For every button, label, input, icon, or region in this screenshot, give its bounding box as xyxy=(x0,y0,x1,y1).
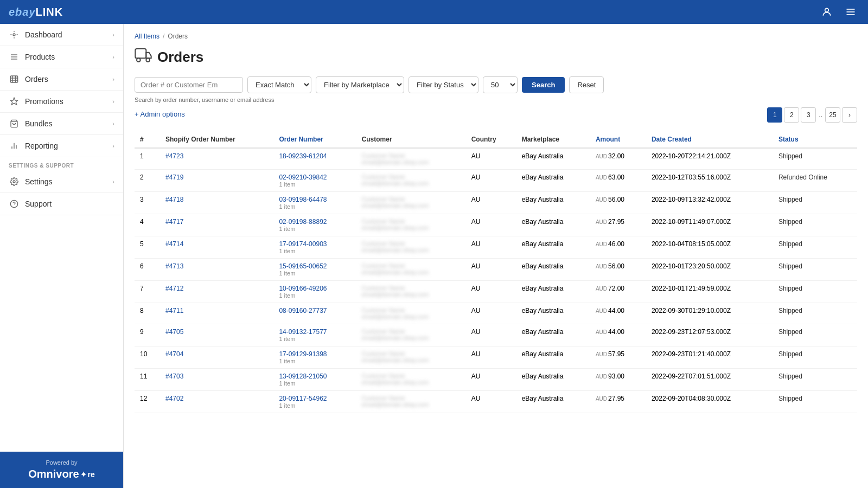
customer-email: email@domain.ebay.com xyxy=(362,269,461,275)
customer-name: Customer Name xyxy=(362,350,461,357)
order-number-link[interactable]: 18-09239-61204 xyxy=(279,152,327,160)
customer-email: email@domain.ebay.com xyxy=(362,247,461,253)
admin-options-link[interactable]: + Admin options xyxy=(135,110,185,118)
col-country: Country xyxy=(466,131,516,148)
customer-name: Customer Name xyxy=(362,218,461,224)
svg-marker-9 xyxy=(10,98,17,105)
svg-point-4 xyxy=(13,34,15,36)
shopify-order-link[interactable]: #4719 xyxy=(165,174,183,181)
sidebar-support-label: Support xyxy=(25,200,114,208)
cell-customer: Customer Name email@domain.ebay.com xyxy=(356,259,466,281)
orders-table: # Shopify Order Number Order Number Cust… xyxy=(135,131,857,413)
header-icons xyxy=(818,3,859,21)
currency-label: AUD xyxy=(596,286,607,292)
shopify-order-link[interactable]: #4712 xyxy=(165,285,183,292)
shopify-order-link[interactable]: #4717 xyxy=(165,218,183,226)
currency-label: AUD xyxy=(596,351,607,357)
per-page-select[interactable]: 50 25 100 xyxy=(483,76,518,93)
cell-num: 3 xyxy=(135,192,160,214)
order-number-link[interactable]: 14-09132-17577 xyxy=(279,328,327,336)
currency-label: AUD xyxy=(596,374,607,380)
customer-email: email@domain.ebay.com xyxy=(362,357,461,363)
cell-marketplace: eBay Australia xyxy=(516,303,590,324)
page-button-3[interactable]: 3 xyxy=(801,107,816,123)
pagination-next-button[interactable]: › xyxy=(842,107,857,123)
sidebar-item-promotions[interactable]: Promotions › xyxy=(0,91,123,113)
currency-label: AUD xyxy=(596,396,607,402)
page-button-1[interactable]: 1 xyxy=(767,107,782,123)
cell-status: Shipped xyxy=(773,346,857,369)
sidebar-reporting-label: Reporting xyxy=(25,142,112,150)
promotions-arrow: › xyxy=(112,98,114,105)
item-count: 1 item xyxy=(279,292,350,299)
sidebar-item-dashboard[interactable]: Dashboard › xyxy=(0,24,123,46)
col-customer: Customer xyxy=(356,131,466,148)
sidebar-item-bundles[interactable]: Bundles › xyxy=(0,113,123,135)
customer-email: email@domain.ebay.com xyxy=(362,224,461,231)
shopify-order-link[interactable]: #4705 xyxy=(165,328,183,336)
col-amount: Amount xyxy=(590,131,646,148)
order-number-link[interactable]: 17-09174-00903 xyxy=(279,240,327,248)
user-profile-button[interactable] xyxy=(818,3,835,21)
sidebar-products-label: Products xyxy=(25,53,112,61)
customer-email: email@domain.ebay.com xyxy=(362,379,461,386)
customer-email: email@domain.ebay.com xyxy=(362,202,461,209)
item-count: 1 item xyxy=(279,226,350,232)
cell-amount: AUD72.00 xyxy=(590,281,646,303)
shopify-order-link[interactable]: #4704 xyxy=(165,350,183,358)
sidebar-item-orders[interactable]: Orders › xyxy=(0,68,123,91)
status-filter-select[interactable]: Filter by Status xyxy=(409,76,478,93)
svg-point-14 xyxy=(13,181,15,183)
cell-customer: Customer Name email@domain.ebay.com xyxy=(356,281,466,303)
cell-date: 2022-09-23T01:21:40.000Z xyxy=(646,346,773,369)
sidebar-item-settings[interactable]: Settings › xyxy=(0,171,123,193)
main-layout: Dashboard › Products › Orders › Promotio… xyxy=(0,24,868,488)
item-count: 1 item xyxy=(279,203,350,210)
cell-date: 2022-10-01T23:20:50.000Z xyxy=(646,259,773,281)
cell-customer: Customer Name email@domain.ebay.com xyxy=(356,236,466,259)
pagination-dots: .. xyxy=(818,111,824,119)
cell-marketplace: eBay Australia xyxy=(516,148,590,170)
order-number-link[interactable]: 13-09128-21050 xyxy=(279,373,327,380)
cell-shopify: #4723 xyxy=(160,148,273,170)
shopify-order-link[interactable]: #4713 xyxy=(165,262,183,270)
cell-customer: Customer Name email@domain.ebay.com xyxy=(356,346,466,369)
cell-date: 2022-10-04T08:15:05.000Z xyxy=(646,236,773,259)
shopify-order-link[interactable]: #4714 xyxy=(165,240,183,248)
marketplace-filter-select[interactable]: Filter by Marketplace xyxy=(316,76,404,93)
shopify-order-link[interactable]: #4718 xyxy=(165,196,183,203)
sidebar-item-reporting[interactable]: Reporting › xyxy=(0,135,123,157)
order-number-link[interactable]: 02-09198-88892 xyxy=(279,218,327,226)
shopify-order-link[interactable]: #4723 xyxy=(165,152,183,160)
shopify-order-link[interactable]: #4711 xyxy=(165,307,183,314)
settings-support-header: SETTINGS & SUPPORT xyxy=(0,157,123,171)
sidebar-item-support[interactable]: Support xyxy=(0,193,123,215)
cell-date: 2022-09-20T04:08:30.000Z xyxy=(646,391,773,413)
breadcrumb-parent[interactable]: All Items xyxy=(135,33,159,40)
order-number-link[interactable]: 02-09210-39842 xyxy=(279,174,327,181)
cell-shopify: #4702 xyxy=(160,391,273,413)
currency-label: AUD xyxy=(596,308,607,314)
menu-button[interactable] xyxy=(842,3,859,21)
currency-label: AUD xyxy=(596,219,607,225)
order-number-link[interactable]: 08-09160-27737 xyxy=(279,307,327,314)
order-number-link[interactable]: 17-09129-91398 xyxy=(279,350,327,358)
cell-status: Shipped xyxy=(773,391,857,413)
search-button[interactable]: Search xyxy=(522,77,565,93)
cell-country: AU xyxy=(466,214,516,236)
reset-button[interactable]: Reset xyxy=(569,76,604,93)
page-button-2[interactable]: 2 xyxy=(784,107,799,123)
order-number-link[interactable]: 10-09166-49206 xyxy=(279,285,327,292)
shopify-order-link[interactable]: #4703 xyxy=(165,373,183,380)
filter-hint: Search by order number, username or emai… xyxy=(135,97,857,103)
match-type-select[interactable]: Exact Match Partial Match xyxy=(247,76,311,93)
shopify-order-link[interactable]: #4702 xyxy=(165,395,183,402)
order-number-link[interactable]: 03-09198-64478 xyxy=(279,196,327,203)
sidebar-item-products[interactable]: Products › xyxy=(0,46,123,68)
order-number-link[interactable]: 15-09165-00652 xyxy=(279,262,327,270)
order-number-link[interactable]: 20-09117-54962 xyxy=(279,395,327,402)
page-button-25[interactable]: 25 xyxy=(825,107,840,123)
cell-marketplace: eBay Australia xyxy=(516,391,590,413)
order-search-input[interactable] xyxy=(135,77,243,93)
products-icon xyxy=(9,53,20,61)
